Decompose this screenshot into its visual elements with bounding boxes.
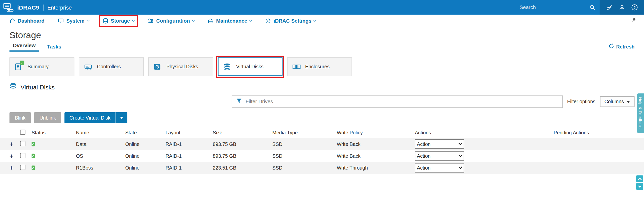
nav-label: Dashboard bbox=[18, 18, 45, 24]
search-box bbox=[515, 0, 599, 15]
section-title-label: Virtual Disks bbox=[21, 84, 55, 91]
col-status: Status bbox=[32, 130, 76, 136]
cell-media-type: SSD bbox=[272, 141, 337, 147]
help-icon[interactable]: ? bbox=[631, 4, 638, 11]
card-virtual-disks[interactable]: Virtual Disks bbox=[218, 57, 283, 76]
caret-down-icon bbox=[627, 101, 630, 103]
pin-icon[interactable] bbox=[631, 17, 637, 24]
create-virtual-disk-button[interactable]: Create Virtual Disk bbox=[64, 112, 127, 123]
cell-size: 223.51 GB bbox=[213, 165, 272, 171]
virtual-disks-table: Status Name State Layout Size Media Type… bbox=[0, 127, 644, 174]
card-summary[interactable]: ✓ Summary bbox=[10, 57, 75, 76]
idrac-window: iDRAC9 Enterprise bbox=[0, 0, 644, 214]
row-checkbox[interactable] bbox=[20, 153, 25, 158]
settings-gear-icon bbox=[265, 18, 271, 24]
select-all-checkbox[interactable] bbox=[20, 130, 25, 135]
user-icon[interactable] bbox=[619, 4, 625, 11]
storage-icon bbox=[102, 18, 108, 24]
scroll-up-button[interactable] bbox=[636, 175, 643, 182]
cell-name: Data bbox=[76, 141, 125, 147]
cell-state: Online bbox=[125, 153, 166, 159]
expand-row-button[interactable]: + bbox=[10, 153, 15, 159]
tab-overview[interactable]: Overview bbox=[10, 41, 39, 52]
refresh-button[interactable]: Refresh bbox=[609, 43, 634, 52]
expand-row-button[interactable]: + bbox=[10, 165, 15, 171]
cell-write-policy: Write Back bbox=[337, 153, 415, 159]
create-virtual-disk-dropdown[interactable] bbox=[115, 112, 127, 123]
card-label: Controllers bbox=[97, 64, 121, 70]
svg-text:?: ? bbox=[633, 6, 635, 10]
col-media-type: Media Type bbox=[272, 130, 337, 136]
system-icon bbox=[58, 18, 64, 24]
filter-drives-input[interactable] bbox=[246, 99, 558, 104]
filter-options-link[interactable]: Filter options bbox=[567, 99, 595, 104]
configuration-icon bbox=[148, 18, 154, 24]
nav-item-dashboard[interactable]: Dashboard bbox=[10, 18, 45, 24]
card-label: Summary bbox=[27, 64, 49, 70]
columns-button[interactable]: Columns bbox=[600, 96, 635, 107]
status-ok-icon: ✓ bbox=[32, 142, 35, 146]
cell-write-policy: Write Back bbox=[337, 141, 415, 147]
caret-down-icon bbox=[120, 117, 123, 119]
scroll-buttons bbox=[636, 175, 643, 190]
product-name: iDRAC9 bbox=[17, 4, 39, 11]
cell-name: R1Boss bbox=[76, 165, 125, 171]
scroll-down-button[interactable] bbox=[636, 183, 643, 190]
card-controllers[interactable]: Controllers bbox=[79, 57, 144, 76]
filter-drives-box bbox=[232, 95, 563, 108]
nav-item-maintenance[interactable]: Maintenance bbox=[208, 18, 252, 24]
expand-row-button[interactable]: + bbox=[10, 141, 15, 147]
table-row: + ✓ R1Boss Online RAID-1 223.51 GB SSD W… bbox=[0, 162, 644, 174]
tab-tasks[interactable]: Tasks bbox=[44, 43, 64, 52]
chevron-down-icon bbox=[638, 184, 641, 188]
green-check-badge: ✓ bbox=[20, 61, 24, 65]
cell-write-policy: Write Through bbox=[337, 165, 415, 171]
col-layout: Layout bbox=[165, 130, 213, 136]
refresh-icon bbox=[609, 43, 614, 50]
table-header-row: Status Name State Layout Size Media Type… bbox=[0, 127, 644, 138]
help-feedback-tab[interactable]: Help & Feedback bbox=[637, 93, 644, 133]
chevron-down-icon bbox=[87, 19, 90, 22]
nav-item-system[interactable]: System bbox=[58, 18, 89, 24]
nav-item-storage[interactable]: Storage bbox=[102, 18, 134, 24]
cell-name: OS bbox=[76, 153, 125, 159]
key-icon[interactable] bbox=[606, 4, 612, 11]
controller-card-icon bbox=[84, 63, 92, 70]
cell-state: Online bbox=[125, 141, 166, 147]
tabs-row: Overview Tasks Refresh bbox=[10, 42, 635, 51]
nav-label: System bbox=[66, 18, 85, 24]
chevron-down-icon bbox=[132, 19, 135, 22]
filter-row: Filter options Columns bbox=[232, 95, 634, 108]
summary-report-icon: ✓ bbox=[15, 63, 23, 70]
row-action-select[interactable]: Action bbox=[415, 151, 464, 161]
search-icon[interactable] bbox=[589, 4, 595, 11]
status-ok-icon: ✓ bbox=[32, 166, 35, 170]
enclosure-icon bbox=[293, 63, 301, 70]
row-action-select[interactable]: Action bbox=[415, 163, 464, 173]
search-input[interactable] bbox=[520, 5, 589, 10]
card-enclosures[interactable]: Enclosures bbox=[287, 57, 352, 76]
virtual-disks-section-header: Virtual Disks bbox=[10, 83, 644, 91]
brand: iDRAC9 Enterprise bbox=[3, 3, 72, 12]
col-actions: Actions bbox=[415, 130, 554, 136]
cell-layout: RAID-1 bbox=[165, 165, 213, 171]
status-ok-icon: ✓ bbox=[32, 154, 35, 158]
card-label: Physical Disks bbox=[166, 64, 198, 70]
col-name: Name bbox=[76, 130, 125, 136]
virtual-disks-icon bbox=[223, 63, 232, 70]
unblink-button[interactable]: Unblink bbox=[34, 112, 61, 123]
nav-item-idrac-settings[interactable]: iDRAC Settings bbox=[265, 18, 316, 24]
cell-layout: RAID-1 bbox=[165, 153, 213, 159]
row-action-select[interactable]: Action bbox=[415, 139, 464, 149]
row-checkbox[interactable] bbox=[20, 165, 25, 170]
chevron-down-icon bbox=[249, 19, 252, 22]
table-row: + ✓ Data Online RAID-1 893.75 GB SSD Wri… bbox=[0, 138, 644, 150]
nav-item-configuration[interactable]: Configuration bbox=[148, 18, 194, 24]
col-state: State bbox=[125, 130, 166, 136]
card-physical-disks[interactable]: Physical Disks bbox=[148, 57, 213, 76]
refresh-label: Refresh bbox=[616, 44, 635, 50]
row-checkbox[interactable] bbox=[20, 141, 25, 146]
blink-button[interactable]: Blink bbox=[10, 112, 31, 123]
main-nav: Dashboard System Storage bbox=[0, 15, 644, 27]
columns-button-label: Columns bbox=[604, 99, 624, 104]
